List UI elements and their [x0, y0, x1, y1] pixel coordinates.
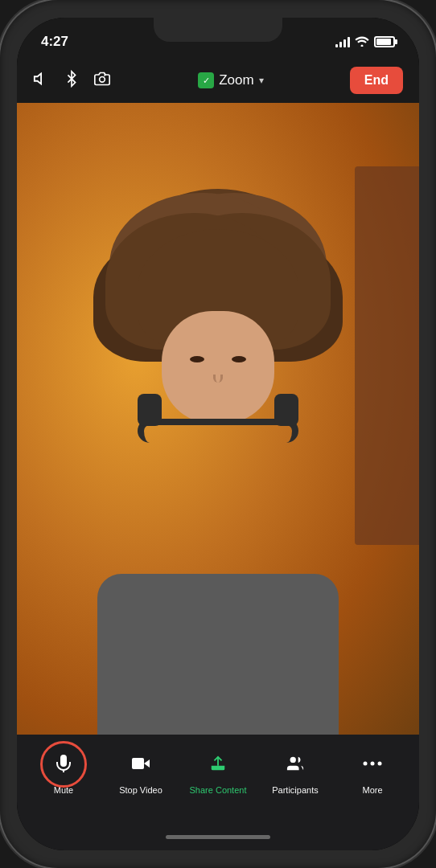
svg-marker-3	[144, 760, 150, 768]
home-indicator	[17, 823, 419, 850]
phone-screen: 4:27	[17, 18, 419, 850]
participants-icon	[278, 746, 313, 781]
zoom-chevron-icon: ▾	[259, 75, 264, 86]
share-content-icon	[200, 746, 236, 781]
phone-frame: 4:27	[0, 0, 436, 868]
camera-switch-icon[interactable]	[93, 71, 112, 91]
svg-point-7	[364, 762, 368, 766]
svg-point-8	[371, 762, 375, 766]
toolbar-left	[33, 70, 112, 92]
share-content-button[interactable]: Share Content	[186, 746, 250, 795]
wifi-icon	[355, 35, 369, 49]
status-icons	[335, 35, 395, 49]
participant-video	[17, 103, 419, 735]
video-area	[17, 103, 419, 735]
stop-video-icon	[123, 746, 158, 781]
zoom-shield-icon: ✓	[198, 72, 214, 88]
svg-rect-4	[132, 758, 144, 769]
zoom-label: Zoom	[219, 72, 253, 88]
person-body	[97, 574, 339, 735]
person-face	[162, 311, 274, 424]
background-shelf	[355, 166, 419, 546]
mute-button[interactable]: Mute	[31, 746, 96, 795]
svg-marker-0	[35, 73, 41, 84]
home-bar[interactable]	[166, 835, 270, 839]
zoom-badge[interactable]: ✓ Zoom ▾	[198, 72, 263, 88]
svg-point-9	[378, 762, 382, 766]
share-content-label: Share Content	[190, 785, 247, 795]
bottom-toolbar: Mute Stop Video	[17, 735, 419, 823]
bluetooth-icon[interactable]	[64, 70, 80, 92]
signal-icon	[335, 36, 350, 47]
participants-button[interactable]: Participants	[263, 746, 327, 795]
audio-icon[interactable]	[33, 70, 51, 92]
participants-label: Participants	[272, 785, 318, 795]
notch	[154, 18, 282, 42]
svg-point-6	[290, 757, 296, 763]
more-label: More	[362, 785, 382, 795]
more-button[interactable]: More	[340, 746, 405, 795]
more-icon	[355, 746, 390, 781]
battery-icon	[374, 36, 395, 47]
svg-point-2	[100, 76, 105, 82]
headphone-right	[274, 394, 298, 426]
mute-ring	[40, 741, 87, 788]
status-time: 4:27	[41, 34, 68, 50]
end-button[interactable]: End	[350, 67, 403, 94]
headphone-left	[138, 394, 162, 426]
stop-video-button[interactable]: Stop Video	[109, 746, 173, 795]
stop-video-label: Stop Video	[119, 785, 162, 795]
top-toolbar: ✓ Zoom ▾ End	[17, 58, 419, 103]
